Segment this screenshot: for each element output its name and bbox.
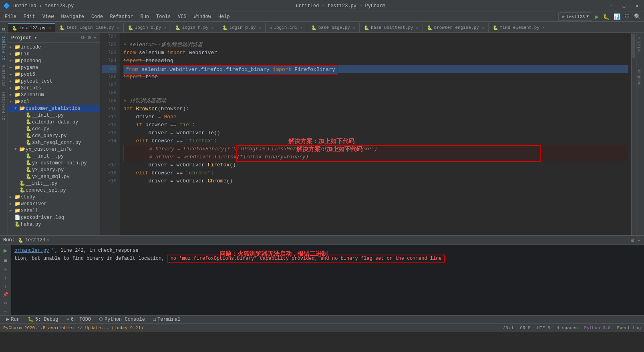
menu-vcs[interactable]: VCS <box>175 13 190 20</box>
run-rerun-icon[interactable]: ⟳ <box>4 267 7 273</box>
terminal-tab[interactable]: □ Terminal <box>150 316 184 323</box>
run-collapse-icon[interactable]: – <box>638 237 641 243</box>
run-config-selector[interactable]: ▶ test123 ▼ <box>558 12 592 21</box>
tree-item-xshell[interactable]: ▶ 📁 xshell <box>8 207 100 214</box>
todo-bottom-tab[interactable]: ≡ 6: TODO <box>63 316 94 323</box>
file-encoding[interactable]: UTF-8 <box>537 326 550 330</box>
sync-icon[interactable]: ⟳ <box>81 34 85 41</box>
tree-item-yx-query[interactable]: 🐍 yx_query.py <box>8 166 100 173</box>
structure-icon[interactable]: Structure <box>1 63 7 88</box>
tree-item-haha[interactable]: 🐍 haha.py <box>8 221 100 228</box>
tree-item-selenium[interactable]: ▶ 📁 Selenium <box>8 91 100 98</box>
tree-item-calendar-data[interactable]: 🐍 calendar_data.py <box>8 119 100 125</box>
settings-small-icon[interactable]: ⚙ <box>4 300 7 305</box>
tab-close-icon[interactable]: ✕ <box>300 25 303 30</box>
tab-test123[interactable]: 🐍 test123.py ✕ <box>8 23 55 32</box>
menu-navigate[interactable]: Navigate <box>58 13 87 20</box>
scroll-map[interactable] <box>631 33 636 235</box>
run-bottom-tab[interactable]: ▶ Run <box>3 316 23 323</box>
minimize-button[interactable]: – <box>608 2 616 10</box>
tree-item-init[interactable]: 🐍 __init__.py <box>8 112 100 119</box>
tree-item-yx-init[interactable]: 🐍 __init__.py <box>8 153 100 160</box>
menu-edit[interactable]: Edit <box>20 13 38 20</box>
tree-item-connect-sql[interactable]: 🐍 connect_sql.py <box>8 187 100 194</box>
debug-button[interactable]: 🐛 <box>601 13 611 20</box>
project-panel-icon[interactable]: 1: Project <box>1 34 7 62</box>
panel-toggle[interactable]: ⊞ <box>2 26 5 32</box>
sciview-tab[interactable]: SciView <box>636 34 644 56</box>
scroll-up-icon[interactable]: ↑ <box>4 276 7 281</box>
tab-close-icon[interactable]: ✕ <box>117 25 119 30</box>
code-area[interactable]: # selenium--多线程启动浏览器 from selenium impor… <box>120 33 631 235</box>
tree-item-sql-init[interactable]: 🐍 __init__.py <box>8 180 100 187</box>
menu-window[interactable]: Window <box>191 13 214 20</box>
tab-close-icon[interactable]: ✕ <box>259 25 261 30</box>
favorites-icon[interactable]: 2: Favorites <box>1 90 7 122</box>
collapse-icon[interactable]: – <box>93 34 97 41</box>
tab-close-icon[interactable]: ✕ <box>353 25 355 30</box>
tab-base-page[interactable]: 🐍 base_page.py ✕ <box>307 23 360 32</box>
tab-base-unittest[interactable]: 🐍 base_unittest.py ✕ <box>360 23 423 32</box>
menu-file[interactable]: File <box>2 13 20 20</box>
run-tab-close[interactable]: ✕ <box>47 238 49 243</box>
tree-item-pytest[interactable]: ▶ 📁 pytest_test <box>8 78 100 85</box>
tree-item-yx-ssh[interactable]: 🐍 yx_ssh_mql.py <box>8 173 100 180</box>
tree-item-study[interactable]: ▶ 📁 study <box>8 194 100 200</box>
filter-icon[interactable]: ≡ <box>4 309 7 314</box>
tree-item-sql[interactable]: ▼ 📂 sql <box>8 98 100 105</box>
scroll-down-icon[interactable]: ↓ <box>4 284 7 289</box>
menu-tools[interactable]: Tools <box>153 13 174 20</box>
search-everywhere-button[interactable]: 🔍 <box>632 13 642 20</box>
tree-item-cds[interactable]: 🐍 cds.py <box>8 125 100 132</box>
tree-item-yx-customer-info[interactable]: ▼ 📂 yx_customer_info <box>8 146 100 153</box>
pin-icon[interactable]: 📌 <box>3 292 8 297</box>
tab-close-icon[interactable]: ✕ <box>416 25 419 30</box>
close-button[interactable]: ✕ <box>633 2 641 10</box>
debug-bottom-tab[interactable]: 🐛 5: Debug <box>24 316 62 323</box>
maximize-button[interactable]: ☐ <box>620 2 628 10</box>
tree-item-ssh-mysql[interactable]: 🐍 ssh_mysql_comm.py <box>8 139 100 146</box>
menu-run[interactable]: Run <box>137 13 152 20</box>
tab-close-icon[interactable]: ✕ <box>542 25 545 30</box>
tree-item-pyqt5[interactable]: ▶ 📁 pyqt5 <box>8 71 100 78</box>
tab-login-p[interactable]: 🐍 login_p.py ✕ <box>218 23 266 32</box>
tab-find-element[interactable]: 🐍 find_element.py ✕ <box>489 23 549 32</box>
settings-icon[interactable]: ⚙ <box>88 34 91 41</box>
run-settings-icon[interactable]: ⚙ <box>631 237 634 244</box>
run-stop-icon[interactable]: ■ <box>4 258 7 264</box>
run-button[interactable]: ▶ <box>593 13 600 21</box>
tab-close-icon[interactable]: ✕ <box>164 25 167 30</box>
menu-view[interactable]: View <box>39 13 57 20</box>
tree-item-pygame[interactable]: ▶ 📁 pygame <box>8 64 100 71</box>
tree-item-customer-statistics[interactable]: ▼ 📂 customer_statistics <box>8 105 100 112</box>
tree-item-pachong[interactable]: ▶ 📁 pachong <box>8 57 100 64</box>
tree-item-lib[interactable]: ▶ 📁 Lib <box>8 51 100 57</box>
coverage-button[interactable]: 🛡 <box>623 14 632 20</box>
menu-refactor[interactable]: Refactor <box>107 13 137 20</box>
tree-item-include[interactable]: ▶ 📁 include <box>8 44 100 51</box>
tree-item-yx-main[interactable]: 🐍 yx_customer_main.py <box>8 160 100 166</box>
tree-item-geckodriver[interactable]: 📄 geckodriver.log <box>8 214 100 221</box>
python-console-tab[interactable]: ⬡ Python Console <box>96 316 148 323</box>
database-tab[interactable]: Database <box>636 65 644 89</box>
tab-close-icon[interactable]: ✕ <box>211 25 214 30</box>
tree-item-cds-query[interactable]: 🐍 cds_query.py <box>8 132 100 139</box>
event-log[interactable]: Event Log <box>617 326 641 330</box>
menu-code[interactable]: Code <box>88 13 106 20</box>
menu-help[interactable]: Help <box>215 13 233 20</box>
file-link[interactable]: orhandler.py <box>14 248 49 253</box>
tree-item-webdriver[interactable]: ▶ 📁 webdriver <box>8 200 100 207</box>
tab-browser-engine[interactable]: 🐍 browser_engine.py ✕ <box>423 23 489 32</box>
tab-login-h[interactable]: 🐍 login_h.py ✕ <box>171 23 218 32</box>
profile-button[interactable]: 📊 <box>612 13 622 20</box>
line-separator[interactable]: CRLF <box>520 326 530 330</box>
run-tab[interactable]: 🐍 test123 ✕ <box>18 237 49 243</box>
indent-setting[interactable]: 4 spaces <box>557 326 578 330</box>
tab-login-b[interactable]: 🐍 login_b.py ✕ <box>124 23 171 32</box>
code-editor[interactable]: 701 702 703 704 705 706 707 708 709 710 … <box>100 33 644 235</box>
tab-login-ini[interactable]: ⚙ login.ini ✕ <box>266 23 307 32</box>
run-play-icon[interactable]: ▶ <box>4 247 8 255</box>
tab-test-login-case[interactable]: 🐍 test_login_case.py ✕ <box>55 23 124 32</box>
update-notice[interactable]: PyCharm 2020.1.5 available: // Update...… <box>3 326 143 330</box>
tree-item-scripts[interactable]: ▶ 📁 Scripts <box>8 85 100 91</box>
